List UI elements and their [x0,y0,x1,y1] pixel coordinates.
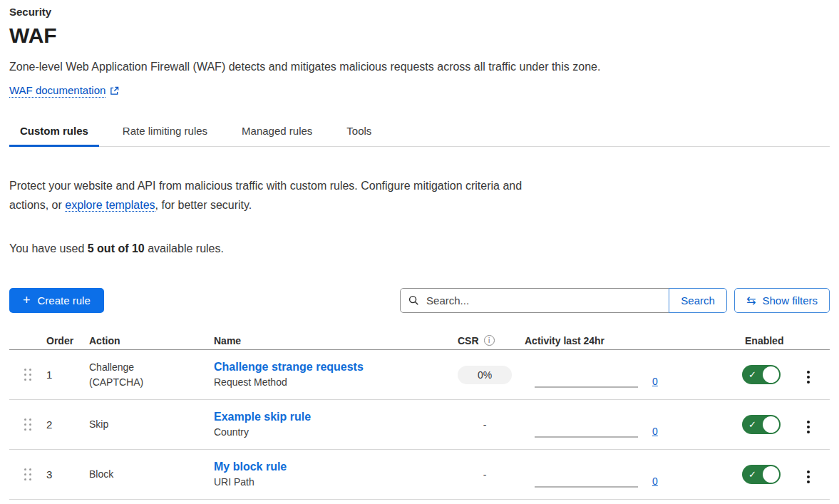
usage-before: You have used [9,242,88,254]
kebab-cell [798,413,830,436]
rule-order: 1 [46,369,89,381]
enabled-cell: ✓ [738,415,798,434]
csr-value: - [483,469,487,480]
kebab-cell [798,463,830,486]
activity-sparkline [535,486,638,488]
rule-action-line1: Challenge [89,360,210,375]
rule-field: URI Path [214,476,449,488]
rule-field: Request Method [214,376,449,389]
header-csr-label: CSR [458,335,479,346]
rule-action-line1: Skip [89,417,210,432]
activity-count-link[interactable]: 0 [652,426,658,437]
rule-name-cell: My block rule URI Path [210,461,449,488]
toggle-knob [763,366,779,383]
drag-handle-icon[interactable] [21,416,34,433]
toolbar: + Create rule Search ⇆ Show filters [9,288,830,313]
breadcrumb: Security [9,6,830,18]
waf-page: Security WAF Zone-level Web Application … [0,0,839,500]
tab-rate-limiting-rules[interactable]: Rate limiting rules [112,119,218,147]
enabled-toggle[interactable]: ✓ [742,465,781,484]
usage-after: available rules. [145,242,224,254]
rule-name-cell: Example skip rule Country [210,411,449,438]
intro-after: , for better security. [155,199,252,211]
activity-cell: 0 [520,400,738,449]
header-csr: CSR i [449,335,520,346]
tab-managed-rules[interactable]: Managed rules [231,119,323,147]
header-enabled: Enabled [738,335,798,346]
activity-cell: 0 [520,450,738,499]
enabled-cell: ✓ [738,365,798,384]
show-filters-button[interactable]: ⇆ Show filters [734,288,830,313]
rule-action: Block [89,467,210,482]
csr-cell: 0% [449,366,520,384]
rule-name-cell: Challenge strange requests Request Metho… [210,361,449,389]
rule-action-line2: (CAPTCHA) [89,375,210,390]
rule-name-link[interactable]: Challenge strange requests [214,361,364,374]
usage-count: 5 out of 10 [88,242,145,254]
table-row: 2 Skip Example skip rule Country - 0 ✓ [9,400,830,450]
drag-handle-icon[interactable] [21,466,34,483]
rule-action: Challenge (CAPTCHA) [89,360,210,390]
tab-bar: Custom rules Rate limiting rules Managed… [9,119,830,147]
explore-templates-link[interactable]: explore templates [65,199,155,212]
header-activity: Activity last 24hr [520,335,738,346]
kebab-menu-button[interactable] [804,418,813,436]
rule-order: 3 [46,468,89,480]
external-link-icon [110,86,119,96]
page-description: Zone-level Web Application Firewall (WAF… [9,59,830,75]
create-rule-button[interactable]: + Create rule [9,288,104,313]
check-icon: ✓ [748,470,756,479]
header-action: Action [89,335,210,346]
activity-count-link[interactable]: 0 [652,475,658,487]
search-icon [408,295,419,306]
search-box [400,288,669,313]
info-icon[interactable]: i [484,335,495,346]
table-row: 3 Block My block rule URI Path - 0 ✓ [9,450,830,500]
waf-documentation-label: WAF documentation [9,84,105,98]
kebab-menu-button[interactable] [804,368,813,386]
activity-cell: 0 [520,350,738,399]
enabled-toggle[interactable]: ✓ [742,365,781,384]
rule-action: Skip [89,417,210,432]
header-order: Order [46,335,89,346]
kebab-cell [798,364,830,386]
table-header-row: Order Action Name CSR i Activity last 24… [9,331,830,350]
table-row: 1 Challenge (CAPTCHA) Challenge strange … [9,350,830,400]
intro-text: Protect your website and API from malici… [9,176,540,215]
rules-table: Order Action Name CSR i Activity last 24… [9,331,830,500]
csr-badge: 0% [458,366,512,384]
tab-tools[interactable]: Tools [336,119,382,147]
show-filters-label: Show filters [762,294,818,307]
rule-field: Country [214,426,449,438]
search-input[interactable] [425,294,661,307]
waf-documentation-link[interactable]: WAF documentation [9,84,119,98]
toggle-knob [763,466,779,483]
activity-sparkline [535,436,638,438]
page-title: WAF [9,24,830,48]
csr-cell: - [449,469,520,480]
plus-icon: + [23,294,31,307]
rule-order: 2 [46,418,89,431]
rule-name-link[interactable]: My block rule [214,461,287,473]
kebab-menu-button[interactable] [804,468,813,486]
rule-action-line1: Block [89,467,210,482]
check-icon: ✓ [748,420,756,429]
check-icon: ✓ [748,370,756,379]
csr-cell: - [449,419,520,431]
toggle-knob [763,416,779,433]
rule-name-link[interactable]: Example skip rule [214,411,311,423]
search-group: Search [400,288,727,313]
tab-custom-rules[interactable]: Custom rules [9,119,99,147]
search-button[interactable]: Search [669,288,727,313]
header-name: Name [210,335,449,346]
activity-count-link[interactable]: 0 [652,376,658,387]
swap-arrows-icon: ⇆ [746,295,756,307]
drag-handle-icon[interactable] [21,366,34,384]
activity-sparkline [535,386,638,388]
create-rule-label: Create rule [38,294,91,307]
toolbar-right: Search ⇆ Show filters [400,288,830,313]
enabled-cell: ✓ [738,465,798,484]
enabled-toggle[interactable]: ✓ [742,415,781,434]
csr-value: - [483,419,487,431]
usage-text: You have used 5 out of 10 available rule… [9,242,830,255]
